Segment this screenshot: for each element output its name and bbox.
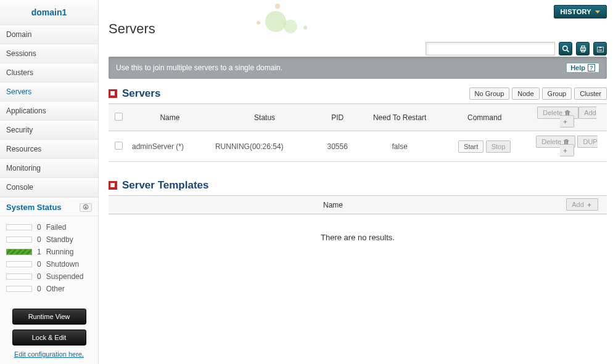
svg-text:XML: XML — [598, 49, 603, 51]
servers-title-label: Servers — [122, 87, 160, 100]
templates-title-label: Server Templates — [122, 179, 208, 192]
status-label: Shutdown — [46, 260, 79, 269]
sidebar-actions: Runtime View Lock & Edit Edit configurat… — [0, 302, 98, 364]
help-label: Help — [570, 64, 585, 71]
scope-button-node[interactable]: Node — [512, 87, 539, 100]
runtime-view-button[interactable]: Runtime View — [12, 309, 86, 325]
svg-line-1 — [567, 50, 569, 52]
domain-title[interactable]: domain1 — [0, 0, 98, 25]
nav-item-applications[interactable]: Applications — [0, 102, 98, 121]
server-status: RUNNING(00:26:54) — [212, 131, 318, 162]
servers-section-header: Servers No GroupNodeGroupCluster — [109, 87, 607, 100]
status-label: Running — [46, 248, 74, 256]
status-bar-icon — [6, 237, 32, 243]
status-count: 0 — [37, 235, 41, 244]
status-bar-icon — [6, 249, 32, 255]
section-badge-icon — [109, 89, 117, 98]
templates-body: There are no results. — [109, 214, 607, 261]
templates-section-header: Server Templates — [109, 179, 607, 192]
row-actions: Delete🗑 DUP＋ — [527, 131, 607, 162]
status-row-shutdown: 0Shutdown — [6, 258, 92, 270]
help-button[interactable]: Help ? — [566, 63, 599, 73]
status-bar-icon — [6, 286, 32, 292]
server-command: Start Stop — [442, 131, 527, 162]
servers-section-title: Servers — [109, 87, 160, 100]
servers-header-row: Name Status PID Need To Restart Command … — [109, 104, 607, 131]
templates-header-row: Name Add＋ — [109, 196, 607, 214]
info-banner: Use this to join multiple servers to a s… — [109, 57, 607, 79]
edit-configuration-link[interactable]: Edit configuration here. — [6, 350, 92, 358]
row-checkbox[interactable] — [115, 142, 123, 150]
nav-item-monitoring[interactable]: Monitoring — [0, 159, 98, 178]
search-input[interactable] — [426, 42, 555, 55]
servers-table: Name Status PID Need To Restart Command … — [109, 103, 607, 162]
server-name[interactable]: adminServer (*) — [128, 131, 212, 162]
col-actions: Delete🗑 Add＋ — [527, 104, 607, 131]
server-pid: 30556 — [318, 131, 357, 162]
no-results-text: There are no results. — [109, 214, 607, 261]
nav-list: DomainSessionsClustersServersApplication… — [0, 25, 98, 197]
system-status-header: System Status ⦿ — [0, 197, 98, 216]
print-icon[interactable] — [576, 42, 590, 55]
status-count: 0 — [37, 223, 41, 232]
system-status-title: System Status — [6, 203, 62, 212]
nav-item-console[interactable]: Console — [0, 178, 98, 197]
sidebar: domain1 DomainSessionsClustersServersApp… — [0, 0, 99, 364]
svg-point-0 — [562, 46, 567, 50]
info-banner-text: Use this to join multiple servers to a s… — [116, 63, 282, 72]
stop-button[interactable]: Stop — [486, 140, 511, 153]
svg-rect-3 — [582, 46, 585, 47]
status-bar-icon — [6, 261, 32, 267]
nav-item-servers[interactable]: Servers — [0, 83, 98, 102]
nav-item-sessions[interactable]: Sessions — [0, 44, 98, 63]
nav-item-domain[interactable]: Domain — [0, 25, 98, 44]
export-xml-icon[interactable]: XML — [593, 42, 607, 55]
topbar: HISTORY — [109, 5, 607, 18]
status-row-standby: 0Standby — [6, 233, 92, 246]
status-row-other: 0Other — [6, 283, 92, 295]
status-row-suspended: 0Suspended — [6, 270, 92, 283]
scope-button-cluster[interactable]: Cluster — [574, 87, 607, 100]
start-button[interactable]: Start — [458, 140, 483, 153]
scope-button-group[interactable]: Group — [542, 87, 572, 100]
server-row: adminServer (*)RUNNING(00:26:54)30556fal… — [109, 131, 607, 162]
templates-section-title: Server Templates — [109, 179, 208, 192]
nav-item-security[interactable]: Security — [0, 121, 98, 140]
status-label: Failed — [46, 223, 67, 232]
templates-add-button[interactable]: Add＋ — [566, 198, 598, 211]
scope-button-no-group[interactable]: No Group — [469, 87, 510, 100]
chevron-down-icon — [595, 10, 600, 14]
status-row-failed: 0Failed — [6, 221, 92, 233]
templates-col-name: Name — [109, 196, 557, 214]
lock-and-edit-button[interactable]: Lock & Edit — [12, 330, 86, 346]
status-label: Other — [46, 285, 65, 293]
section-badge-icon — [109, 181, 117, 190]
col-name: Name — [128, 104, 212, 131]
select-all-checkbox[interactable] — [115, 113, 123, 121]
status-bar-icon — [6, 224, 32, 230]
toolbar: XML — [109, 42, 607, 55]
col-restart: Need To Restart — [357, 104, 442, 131]
nav-item-clusters[interactable]: Clusters — [0, 63, 98, 83]
search-icon[interactable] — [559, 42, 572, 55]
status-count: 0 — [37, 285, 41, 293]
nav-item-resources[interactable]: Resources — [0, 140, 98, 159]
status-bar-icon — [6, 273, 32, 280]
history-button[interactable]: HISTORY — [554, 5, 607, 18]
page-title: Servers — [109, 21, 607, 37]
status-count: 0 — [37, 260, 41, 269]
server-restart: false — [357, 131, 442, 162]
col-pid: PID — [318, 104, 357, 131]
plus-icon: ＋ — [562, 146, 569, 155]
templates-col-actions: Add＋ — [557, 196, 607, 214]
status-row-running: 1Running — [6, 246, 92, 258]
scope-button-group: No GroupNodeGroupCluster — [469, 87, 607, 100]
col-command: Command — [442, 104, 527, 131]
history-label: HISTORY — [561, 8, 591, 15]
status-count: 0 — [37, 272, 41, 281]
toggle-icon[interactable]: ⦿ — [80, 203, 92, 212]
plus-icon: ＋ — [586, 200, 593, 209]
plus-icon: ＋ — [562, 117, 569, 126]
status-label: Suspended — [46, 272, 84, 281]
status-label: Standby — [46, 235, 73, 244]
